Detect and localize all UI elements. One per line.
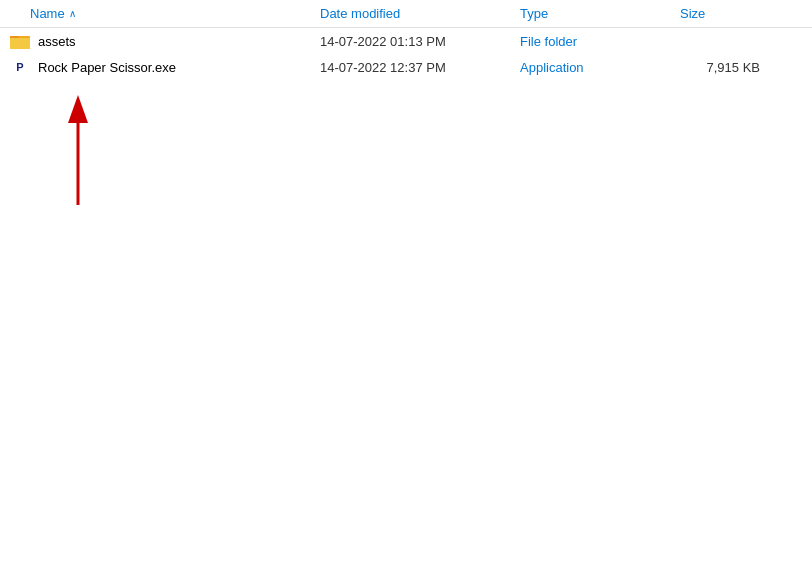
- file-type: File folder: [520, 34, 680, 49]
- column-name-label: Name: [30, 6, 65, 21]
- column-type[interactable]: Type: [520, 6, 680, 21]
- file-name: assets: [38, 34, 76, 49]
- annotation-arrow: [40, 85, 100, 215]
- column-size[interactable]: Size: [680, 6, 780, 21]
- file-date: 14-07-2022 12:37 PM: [320, 60, 520, 75]
- table-row[interactable]: assets 14-07-2022 01:13 PM File folder: [0, 28, 812, 54]
- column-header-row: Name ∧ Date modified Type Size: [0, 0, 812, 28]
- file-name-cell: assets: [0, 33, 320, 49]
- file-size: 7,915 KB: [680, 60, 780, 75]
- file-explorer: Name ∧ Date modified Type Size assets: [0, 0, 812, 570]
- column-name[interactable]: Name ∧: [0, 6, 320, 21]
- svg-marker-4: [68, 95, 88, 123]
- folder-icon: [10, 33, 30, 49]
- file-date: 14-07-2022 01:13 PM: [320, 34, 520, 49]
- svg-rect-2: [10, 38, 30, 49]
- table-row[interactable]: P Rock Paper Scissor.exe 14-07-2022 12:3…: [0, 54, 812, 80]
- file-name-cell: P Rock Paper Scissor.exe: [0, 59, 320, 75]
- file-name: Rock Paper Scissor.exe: [38, 60, 176, 75]
- column-date-modified[interactable]: Date modified: [320, 6, 520, 21]
- file-type: Application: [520, 60, 680, 75]
- exe-icon: P: [10, 59, 30, 75]
- sort-arrow-icon: ∧: [69, 8, 76, 19]
